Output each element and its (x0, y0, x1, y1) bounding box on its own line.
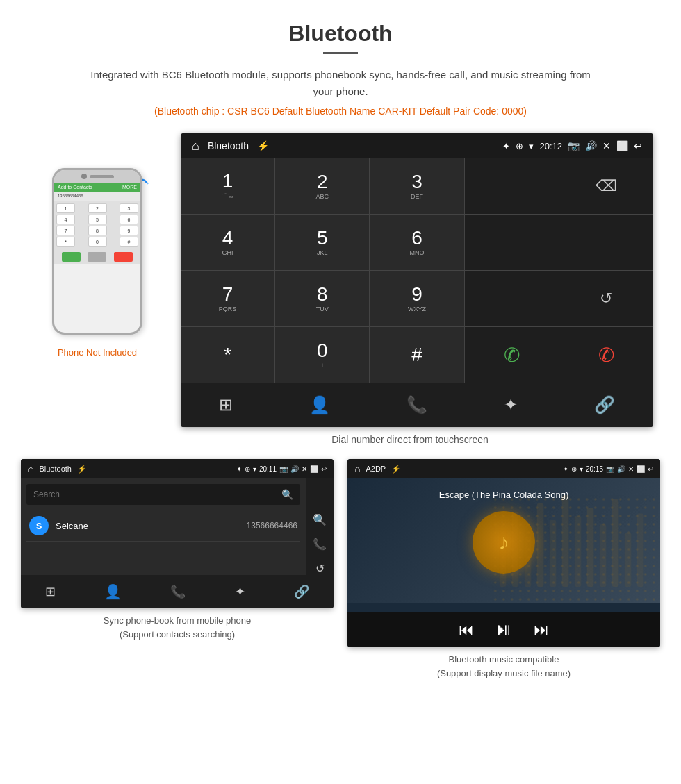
music-vol-icon[interactable]: 🔊 (617, 465, 625, 473)
pb-home-icon[interactable]: ⌂ (28, 463, 33, 474)
phone-key-4[interactable]: 4 (56, 215, 75, 224)
music-back-icon[interactable]: ↩ (648, 465, 653, 473)
pb-cam-icon[interactable]: 📷 (279, 465, 288, 473)
phone-end-button[interactable] (88, 252, 106, 262)
pb-vol-icon[interactable]: 🔊 (290, 465, 299, 473)
phone-key-hash[interactable]: # (120, 237, 138, 247)
dial-grid: 1 ⌒∽ 2 ABC 3 DEF ⌫ 4 GHI 5 JKL (181, 158, 653, 383)
dial-letters-0: + (320, 362, 324, 369)
phone-key-2[interactable]: 2 (88, 203, 107, 213)
play-pause-icon[interactable]: ⏯ (495, 619, 513, 640)
dial-key-hash[interactable]: # (370, 327, 463, 383)
window-icon[interactable]: ⬜ (616, 140, 628, 151)
dial-num-7: 7 (222, 285, 233, 304)
phone-key-3[interactable]: 3 (120, 203, 138, 213)
pb-call-icon[interactable]: 📞 (170, 584, 186, 599)
status-right: ✦ ⊕ ▾ 20:12 📷 🔊 ✕ ⬜ ↩ (502, 140, 642, 151)
phone-not-included-label: Phone Not Included (58, 347, 137, 358)
pb-grid-icon[interactable]: ⊞ (45, 584, 56, 599)
description: Integrated with BC6 Bluetooth module, su… (90, 67, 591, 100)
music-loc-icon: ⊕ (571, 465, 577, 473)
dial-bottom-bar: ⊞ 👤 📞 ✦ 🔗 (181, 383, 653, 427)
pb-time: 20:11 (259, 465, 277, 473)
contacts-icon[interactable]: 👤 (309, 395, 330, 415)
pb-phone-right-icon[interactable]: 📞 (313, 537, 327, 551)
pb-bt-icon: ✦ (236, 465, 242, 473)
phone-hangup-button[interactable] (114, 252, 133, 262)
dial-section: ☃ (0, 133, 681, 427)
phone-key-5[interactable]: 5 (88, 215, 107, 224)
search-input[interactable] (33, 490, 281, 499)
dial-key-star[interactable]: * (181, 327, 274, 383)
link-icon[interactable]: 🔗 (594, 395, 615, 415)
next-track-icon[interactable]: ⏭ (534, 621, 549, 639)
home-icon[interactable]: ⌂ (192, 139, 199, 153)
phone-key-9[interactable]: 9 (120, 226, 138, 235)
music-time: 20:15 (586, 465, 603, 473)
search-bar[interactable]: 🔍 (26, 484, 300, 505)
music-x-icon[interactable]: ✕ (628, 465, 634, 473)
dial-key-redial[interactable]: ↺ (559, 271, 653, 326)
music-win-icon[interactable]: ⬜ (637, 465, 645, 473)
dial-letters-7: PQRS (219, 306, 237, 312)
camera-icon[interactable]: 📷 (568, 140, 580, 151)
dial-key-call-green[interactable]: ✆ (465, 327, 559, 383)
dial-key-2[interactable]: 2 ABC (275, 158, 369, 214)
dial-num-5: 5 (317, 228, 328, 248)
pb-status-left: ⌂ Bluetooth ⚡ (28, 463, 87, 474)
svg-rect-5 (524, 537, 531, 587)
pb-search-right-icon[interactable]: 🔍 (313, 513, 327, 526)
dial-key-call-red[interactable]: ✆ (559, 327, 653, 383)
dial-key-backspace[interactable]: ⌫ (559, 158, 653, 214)
dial-num-1: 1 (222, 172, 233, 191)
phone-key-6[interactable]: 6 (120, 215, 138, 224)
contact-avatar: S (29, 516, 49, 535)
pb-refresh-right-icon[interactable]: ↺ (315, 562, 325, 575)
dial-key-8[interactable]: 8 TUV (275, 271, 369, 326)
backspace-icon: ⌫ (596, 177, 617, 195)
wifi-icon: ▾ (529, 141, 534, 151)
camera-dot (81, 174, 87, 179)
grid-icon[interactable]: ⊞ (219, 395, 233, 415)
pb-x-icon[interactable]: ✕ (302, 465, 307, 473)
back-icon[interactable]: ↩ (634, 140, 642, 151)
status-time: 20:12 (539, 141, 562, 151)
music-home-icon[interactable]: ⌂ (354, 463, 360, 474)
phone-key-8[interactable]: 8 (88, 226, 107, 235)
dial-num-3: 3 (411, 172, 422, 192)
dial-num-4: 4 (222, 228, 233, 248)
dial-key-4[interactable]: 4 GHI (181, 215, 274, 270)
bluetooth-bottom-icon[interactable]: ✦ (504, 395, 518, 415)
prev-track-icon[interactable]: ⏮ (459, 621, 474, 639)
dial-key-6[interactable]: 6 MNO (370, 215, 463, 270)
phone-call-button[interactable] (62, 252, 81, 262)
phone-key-1[interactable]: 1 (56, 203, 75, 213)
pb-back-icon[interactable]: ↩ (321, 465, 327, 473)
svg-rect-13 (624, 533, 631, 587)
dial-key-0[interactable]: 0 + (275, 327, 369, 383)
pb-link-icon[interactable]: 🔗 (294, 584, 309, 599)
pb-status-title: Bluetooth (39, 465, 71, 473)
volume-icon[interactable]: 🔊 (585, 140, 597, 151)
dial-key-3[interactable]: 3 DEF (370, 158, 463, 214)
dial-key-9[interactable]: 9 WXYZ (370, 271, 463, 326)
phone-display-number: 13566664466 (58, 194, 137, 198)
svg-rect-11 (599, 524, 606, 587)
dial-key-5[interactable]: 5 JKL (275, 215, 369, 270)
pb-contacts-icon-active[interactable]: 👤 (104, 583, 122, 600)
dial-num-hash: # (411, 345, 422, 365)
dial-key-7[interactable]: 7 PQRS (181, 271, 274, 326)
pb-bt-bottom-icon[interactable]: ✦ (235, 584, 245, 599)
pb-win-icon[interactable]: ⬜ (310, 465, 318, 473)
dial-key-1[interactable]: 1 ⌒∽ (181, 158, 274, 214)
dial-num-9: 9 (411, 285, 422, 304)
music-cam-icon[interactable]: 📷 (606, 465, 614, 473)
close-icon[interactable]: ✕ (602, 140, 611, 151)
call-log-icon[interactable]: 📞 (407, 395, 427, 415)
phone-key-7[interactable]: 7 (56, 226, 75, 235)
phone-green-bar: Add to Contacts MORE (54, 183, 140, 192)
phone-key-0[interactable]: 0 (88, 237, 107, 247)
phone-key-star[interactable]: * (56, 237, 75, 247)
keypad-row-1: 1 2 3 (56, 203, 138, 213)
dial-num-0: 0 (317, 341, 328, 360)
